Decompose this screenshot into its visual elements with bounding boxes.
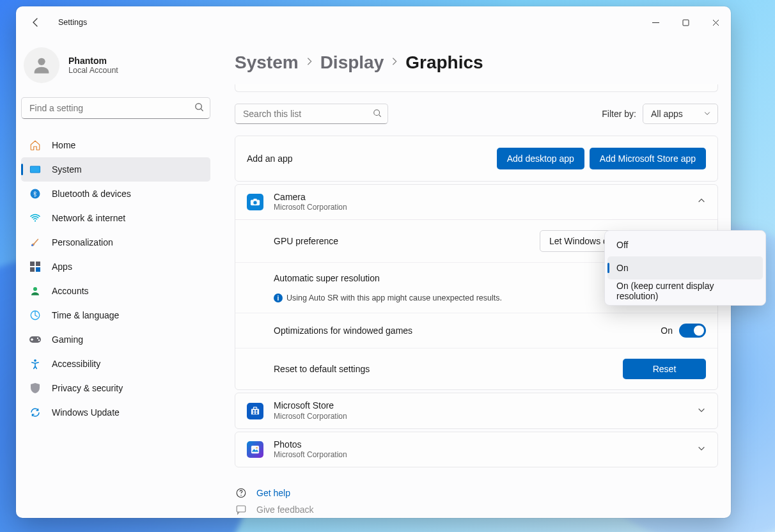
accessibility-icon: [29, 357, 42, 370]
svg-rect-28: [251, 446, 259, 453]
svg-rect-0: [683, 20, 689, 26]
add-app-label: Add an app: [247, 153, 293, 164]
nav-label: Gaming: [52, 334, 83, 345]
crumb-display[interactable]: Display: [320, 52, 384, 73]
row-windowed-opt: Optimizations for windowed games On: [235, 313, 717, 348]
windowed-toggle[interactable]: [679, 324, 706, 338]
svg-point-2: [196, 104, 201, 109]
nav-label: Time & language: [52, 310, 119, 320]
svg-point-17: [34, 359, 36, 362]
svg-point-20: [253, 201, 256, 204]
svg-rect-25: [256, 410, 258, 412]
svg-point-12: [33, 287, 37, 291]
profile-name: Phantom: [68, 56, 118, 66]
chevron-right-icon: [305, 57, 314, 68]
add-app-card: Add an app Add desktop app Add Microsoft…: [235, 136, 718, 182]
nav-accounts[interactable]: Accounts: [21, 279, 210, 303]
titlebar: Settings: [16, 6, 731, 38]
nav-personalization[interactable]: Personalization: [21, 230, 210, 254]
sidebar-search[interactable]: [21, 97, 210, 119]
chevron-up-icon[interactable]: [697, 196, 706, 208]
brush-icon: [29, 236, 42, 249]
svg-rect-9: [36, 262, 40, 266]
app-card-store[interactable]: Microsoft Store Microsoft Corporation: [235, 393, 718, 428]
svg-rect-24: [253, 410, 255, 412]
ctx-item-on-keep[interactable]: On (keep current display resolution): [607, 279, 763, 302]
nav-bluetooth[interactable]: Bluetooth & devices: [21, 182, 210, 206]
chevron-down-icon[interactable]: [697, 444, 706, 455]
breadcrumb: System Display Graphics: [235, 52, 718, 73]
crumb-system[interactable]: System: [235, 52, 299, 73]
add-desktop-app-button[interactable]: Add desktop app: [497, 148, 584, 169]
apps-icon: [29, 260, 42, 273]
svg-rect-4: [31, 167, 40, 173]
system-icon: [29, 163, 42, 176]
list-search-input[interactable]: [235, 104, 388, 124]
nav-accessibility[interactable]: Accessibility: [21, 352, 210, 376]
asr-context-menu: Off On On (keep current display resoluti…: [604, 230, 766, 306]
maximize-button[interactable]: [671, 11, 701, 34]
nav-label: Accessibility: [52, 359, 100, 369]
nav-system[interactable]: System: [21, 157, 210, 182]
asr-label: Automatic super resolution: [274, 273, 380, 283]
bluetooth-icon: [29, 187, 42, 200]
nav-label: System: [52, 164, 82, 175]
nav-list: Home System Bluetooth & devices Network …: [21, 133, 210, 425]
svg-point-18: [374, 110, 380, 116]
nav-apps[interactable]: Apps: [21, 254, 210, 279]
store-app-icon: [247, 403, 263, 419]
list-search[interactable]: [235, 104, 388, 124]
minimize-button[interactable]: [641, 11, 671, 34]
sidebar: Phantom Local Account Home System: [16, 38, 215, 518]
svg-point-6: [35, 220, 36, 221]
back-button[interactable]: [25, 12, 47, 33]
shield-icon: [29, 382, 42, 395]
clock-globe-icon: [29, 309, 42, 322]
app-publisher: Microsoft Corporation: [274, 450, 347, 459]
svg-point-31: [240, 495, 242, 496]
chevron-down-icon[interactable]: [697, 405, 706, 417]
asr-info-text: Using Auto SR with this app might cause …: [286, 293, 502, 302]
give-feedback-link[interactable]: Give feedback: [235, 503, 718, 516]
collapsed-section-peek: [235, 84, 718, 92]
add-store-app-button[interactable]: Add Microsoft Store app: [590, 148, 706, 169]
profile-subtitle: Local Account: [68, 66, 118, 75]
close-button[interactable]: [701, 11, 731, 34]
filter-select[interactable]: All apps: [643, 104, 718, 124]
chevron-down-icon: [703, 109, 711, 119]
app-name: Microsoft Store: [274, 401, 347, 411]
app-name: Photos: [274, 440, 347, 450]
svg-point-7: [31, 244, 33, 246]
nav-label: Bluetooth & devices: [52, 189, 131, 199]
nav-gaming[interactable]: Gaming: [21, 327, 210, 352]
sidebar-search-input[interactable]: [21, 97, 210, 119]
svg-rect-23: [253, 407, 256, 409]
home-icon: [29, 139, 42, 152]
svg-rect-10: [30, 267, 35, 272]
nav-windows-update[interactable]: Windows Update: [21, 400, 210, 425]
nav-privacy[interactable]: Privacy & security: [21, 376, 210, 400]
app-card-photos[interactable]: Photos Microsoft Corporation: [235, 432, 718, 467]
svg-rect-26: [253, 412, 255, 414]
nav-time-language[interactable]: Time & language: [21, 303, 210, 327]
reset-button[interactable]: Reset: [623, 359, 706, 379]
app-header-camera[interactable]: Camera Microsoft Corporation: [235, 185, 717, 219]
app-publisher: Microsoft Corporation: [274, 412, 347, 421]
nav-home[interactable]: Home: [21, 133, 210, 157]
window-title: Settings: [58, 18, 87, 27]
gamepad-icon: [29, 333, 42, 346]
user-profile[interactable]: Phantom Local Account: [21, 38, 210, 97]
filter-value: All apps: [651, 109, 683, 119]
nav-label: Privacy & security: [52, 383, 123, 393]
reset-label: Reset to default settings: [274, 364, 370, 374]
svg-point-15: [37, 338, 38, 339]
crumb-graphics: Graphics: [405, 52, 483, 73]
nav-network[interactable]: Network & internet: [21, 206, 210, 230]
nav-label: Accounts: [52, 286, 89, 296]
gpu-pref-label: GPU preference: [274, 236, 338, 246]
svg-point-29: [256, 447, 257, 448]
ctx-item-on[interactable]: On: [607, 256, 763, 279]
get-help-link[interactable]: Get help: [235, 487, 718, 499]
ctx-item-off[interactable]: Off: [607, 233, 763, 256]
svg-rect-21: [253, 199, 256, 201]
